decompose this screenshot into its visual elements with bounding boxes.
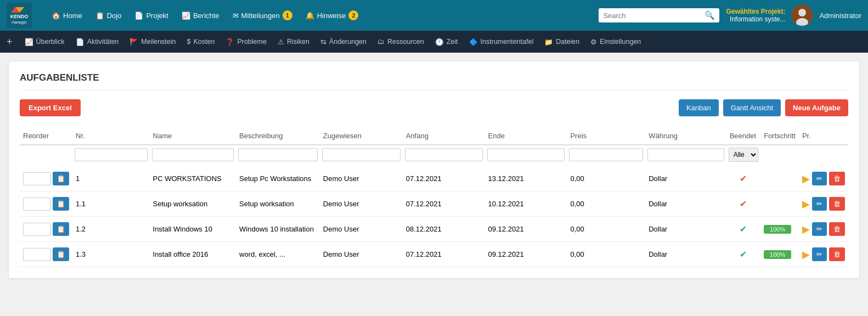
cell-fortschritt: 100% — [760, 217, 799, 242]
subnav-meilenstein[interactable]: 🚩 Meilenstein — [124, 36, 181, 48]
toolbar: Export Excel Kanban Gantt Ansicht Neue A… — [20, 99, 848, 116]
filter-fortschritt — [760, 145, 799, 166]
arrow-button[interactable]: ▶ — [802, 223, 810, 235]
col-reorder: Reorder — [20, 127, 72, 145]
copy-button[interactable]: 📋 — [53, 247, 69, 261]
col-ende: Ende — [485, 127, 567, 145]
arrow-button[interactable]: ▶ — [802, 173, 810, 185]
filter-nr-input[interactable] — [75, 148, 148, 161]
mitteilungen-badge: 1 — [283, 10, 292, 20]
admin-area[interactable]: Administrator — [792, 5, 861, 26]
reorder-input[interactable] — [23, 248, 50, 261]
cell-beschreibung: Setup worksation — [236, 191, 320, 217]
subnav-aktivitaten[interactable]: 📄 Aktivitäten — [70, 36, 125, 48]
subnav-kosten[interactable]: $ Kosten — [182, 36, 221, 48]
search-input[interactable] — [603, 12, 704, 20]
nav-dojo[interactable]: 📋 Dojo — [90, 8, 127, 23]
cell-reorder: 📋 — [20, 242, 72, 267]
copy-button[interactable]: 📋 — [53, 197, 69, 211]
table-row: 📋 1.2 Install Windows 10 Windows 10 inst… — [20, 217, 848, 242]
reorder-input[interactable] — [23, 223, 50, 236]
edit-button[interactable]: ✏ — [812, 247, 827, 261]
nav-mitteilungen[interactable]: ✉ Mitteilungen 1 — [227, 7, 298, 24]
subnav-probleme[interactable]: ❓ Probleme — [220, 36, 272, 48]
cell-ende: 09.12.2021 — [485, 217, 567, 242]
svg-text:manager: manager — [12, 20, 27, 25]
copy-button[interactable]: 📋 — [53, 172, 69, 185]
cell-zugewiesen: Demo User — [320, 242, 403, 267]
cell-beendet: ✔ — [726, 166, 760, 191]
logo-area[interactable]: KENDO manager — [7, 3, 35, 28]
subnav-dateien[interactable]: 📁 Dateien — [539, 36, 585, 48]
tasks-table: Reorder Nr. Name Beschreibung Zugewiesen… — [20, 127, 848, 267]
table-row: 📋 1.3 Install office 2016 word, excel, .… — [20, 242, 848, 267]
cell-beendet: ✔ — [726, 217, 760, 242]
filter-zugewiesen — [320, 145, 403, 166]
cell-anfang: 07.12.2021 — [403, 166, 485, 191]
filter-ende-input[interactable] — [487, 148, 565, 161]
subnav-zeit[interactable]: 🕐 Zeit — [430, 36, 464, 48]
filter-beschreibung-input[interactable] — [238, 148, 318, 161]
table-row: 📋 1 PC WORKSTATIONS Setup Pc Workstation… — [20, 166, 848, 191]
beendet-checkbox: ✔ — [740, 199, 747, 208]
view-buttons: Kanban Gantt Ansicht Neue Aufgabe — [679, 99, 848, 116]
table-header-row: Reorder Nr. Name Beschreibung Zugewiesen… — [20, 127, 848, 145]
filter-beschreibung — [236, 145, 320, 166]
cell-waehrung: Dollar — [645, 191, 726, 217]
subnav-ressourcen[interactable]: 🗂 Ressourcen — [372, 36, 430, 48]
delete-button[interactable]: 🗑 — [829, 247, 845, 261]
nav-berichte[interactable]: 📈 Berichte — [176, 8, 225, 23]
subnav-einstellungen[interactable]: ⚙ Einstellungen — [585, 36, 646, 48]
subnav-risiken[interactable]: ⚠ Risiken — [272, 36, 315, 48]
filter-zugewiesen-input[interactable] — [322, 148, 401, 161]
edit-button[interactable]: ✏ — [812, 222, 827, 236]
search-button[interactable]: 🔍 — [704, 10, 715, 20]
filter-beendet-select[interactable]: Alle Ja Nein — [729, 148, 758, 162]
svg-text:KENDO: KENDO — [10, 14, 29, 19]
cell-name: Install Windows 10 — [150, 217, 236, 242]
cell-actions: ▶ ✏ 🗑 — [799, 191, 848, 217]
filter-waehrung-input[interactable] — [647, 148, 724, 161]
col-anfang: Anfang — [403, 127, 485, 145]
filter-anfang-input[interactable] — [405, 148, 483, 161]
avatar — [792, 5, 813, 26]
delete-button[interactable]: 🗑 — [829, 172, 845, 185]
cell-anfang: 07.12.2021 — [403, 191, 485, 217]
cell-zugewiesen: Demo User — [320, 217, 403, 242]
beendet-checkbox: ✔ — [740, 224, 747, 234]
filter-name-input[interactable] — [152, 148, 234, 161]
task-list-card: AUFGABENLISTE Export Excel Kanban Gantt … — [9, 61, 859, 278]
nav-hinweise[interactable]: 🔔 Hinweise 2 — [300, 7, 364, 24]
kanban-button[interactable]: Kanban — [679, 99, 719, 116]
nav-projekt[interactable]: 📄 Projekt — [129, 8, 173, 23]
copy-button[interactable]: 📋 — [53, 222, 69, 236]
filter-beendet: Alle Ja Nein — [726, 145, 760, 166]
edit-button[interactable]: ✏ — [812, 197, 827, 211]
nav-home[interactable]: 🏠 Home — [46, 8, 88, 23]
arrow-button[interactable]: ▶ — [802, 198, 810, 210]
col-beschreibung: Beschreibung — [236, 127, 320, 145]
filter-reorder — [20, 145, 72, 166]
edit-button[interactable]: ✏ — [812, 172, 827, 185]
cell-zugewiesen: Demo User — [320, 191, 403, 217]
col-waehrung: Währung — [645, 127, 726, 145]
cell-reorder: 📋 — [20, 191, 72, 217]
reorder-input[interactable] — [23, 172, 50, 185]
filter-preis-input[interactable] — [569, 148, 643, 161]
export-excel-button[interactable]: Export Excel — [20, 99, 81, 116]
neue-aufgabe-button[interactable]: Neue Aufgabe — [785, 99, 848, 116]
cell-nr: 1.2 — [72, 217, 150, 242]
sub-navigation: + 📈 Überblick 📄 Aktivitäten 🚩 Meilenstei… — [0, 31, 868, 53]
subnav-instrumententafel[interactable]: 🔷 Instrumententafel — [464, 36, 539, 48]
gantt-button[interactable]: Gantt Ansicht — [723, 99, 781, 116]
top-navigation: KENDO manager 🏠 Home 📋 Dojo 📄 Projekt 📈 … — [0, 0, 868, 31]
delete-button[interactable]: 🗑 — [829, 222, 845, 236]
add-button[interactable]: + — [4, 34, 15, 50]
cell-preis: 0,00 — [567, 242, 645, 267]
reorder-input[interactable] — [23, 198, 50, 211]
delete-button[interactable]: 🗑 — [829, 197, 845, 211]
subnav-uberblick[interactable]: 📈 Überblick — [19, 36, 70, 48]
cell-ende: 09.12.2021 — [485, 242, 567, 267]
subnav-anderungen[interactable]: ⇆ Änderungen — [315, 36, 372, 48]
arrow-button[interactable]: ▶ — [802, 249, 810, 261]
